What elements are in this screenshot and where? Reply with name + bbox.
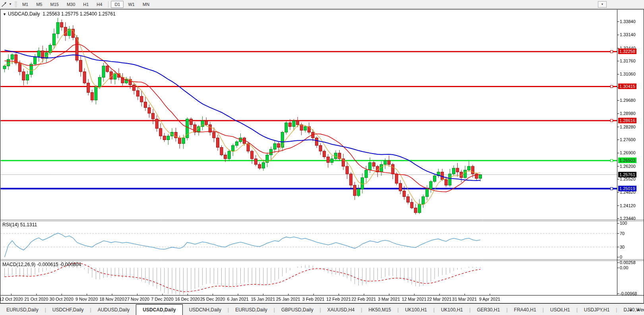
rsi-value: 51.1311 (20, 222, 37, 228)
timeframe-button-h1[interactable]: H1 (79, 1, 92, 8)
price-tick-label: 1.33840 (620, 19, 636, 24)
tab-gbpusd-daily[interactable]: GBPUSD,Daily (275, 304, 320, 315)
level-price-tag[interactable]: 1.26503 (618, 158, 636, 163)
trading-terminal: ▼ M1M5M15M30H1H4D1W1MN ▼ ▼USDCAD,Daily 1… (0, 0, 644, 315)
timeframe-buttons: M1M5M15M30H1H4D1W1MN (18, 1, 153, 8)
timeframe-toolbar: ▼ M1M5M15M30H1H4D1W1MN (0, 0, 644, 9)
timeframe-button-m15[interactable]: M15 (46, 1, 62, 8)
date-label: 27 Nov 2020 (125, 297, 149, 301)
date-label: 22 Feb 2021 (352, 297, 376, 301)
timeframe-button-w1[interactable]: W1 (124, 1, 138, 8)
price-tick-label: 1.27600 (620, 137, 636, 142)
rsi-tick-label: 100 (620, 221, 627, 226)
price-tick-label: 1.28280 (620, 124, 636, 129)
macd-tick-label: 0.00 (620, 265, 628, 270)
date-label: 16 Dec 2020 (175, 297, 200, 301)
chart-window: ▼USDCAD,Daily 1.25563 1.25775 1.25400 1.… (0, 9, 644, 303)
date-label: 12 Mar 2021 (402, 297, 427, 301)
price-tick-label: 1.29680 (620, 98, 636, 103)
tab-usdcad-daily[interactable]: USDCAD,Daily (136, 304, 182, 315)
date-label: 9 Nov 2020 (75, 297, 98, 301)
price-tick-label: 1.26200 (620, 164, 636, 169)
tab-usoil-h1[interactable]: USOil,H1 (544, 304, 576, 315)
level-price-tag[interactable]: 1.28616 (618, 118, 636, 123)
timeframe-button-h4[interactable]: H4 (93, 1, 106, 8)
date-label: 31 Mar 2021 (452, 297, 477, 301)
macd-name: MACD(12,26,9) (2, 262, 35, 267)
macd-signal-value: -0.000804 (60, 262, 81, 267)
level-price-tag[interactable]: 1.25019 (618, 186, 636, 191)
tab-scroll-left-icon[interactable]: ◄ (627, 307, 633, 313)
date-label: 30 Oct 2020 (50, 297, 73, 301)
date-label: 6 Jan 2021 (227, 297, 248, 301)
date-label: 12 Feb 2021 (326, 297, 351, 301)
date-label: 18 Nov 2020 (99, 297, 124, 301)
price-tick-label: 1.31760 (620, 58, 636, 63)
tab-hk50-m15[interactable]: HK50,M15 (362, 304, 398, 315)
ohlc-open: 1.25563 (43, 11, 60, 17)
price-tick-label: 1.26900 (620, 150, 636, 155)
date-label: 21 Oct 2020 (24, 297, 48, 301)
toolbar-separator (108, 1, 108, 8)
date-label: 7 Dec 2020 (151, 297, 173, 301)
tab-audusd-daily[interactable]: AUDUSD,Daily (91, 304, 136, 315)
timeframe-button-mn[interactable]: MN (139, 1, 153, 8)
tab-scroll-right-icon[interactable]: ► (636, 307, 642, 313)
pane-splitter-rsi[interactable] (0, 219, 644, 221)
tab-uk100-h1[interactable]: UK100,H1 (398, 304, 433, 315)
tab-eurusd-daily[interactable]: EURUSD,Daily (0, 304, 45, 315)
tab-xauusd-h4[interactable]: XAUUSD,H4 (321, 304, 361, 315)
level-price-tag[interactable]: 1.32258 (618, 49, 636, 54)
date-label: 3 Feb 2021 (302, 297, 325, 301)
tab-uk100-h1[interactable]: UK100,H1 (435, 304, 469, 315)
chart-title: ▼USDCAD,Daily 1.25563 1.25775 1.25400 1.… (3, 11, 116, 17)
tab-usdchf-daily[interactable]: USDCHF,Daily (46, 304, 90, 315)
date-label: 3 Mar 2021 (378, 297, 400, 301)
date-label: 9 Apr 2021 (479, 297, 500, 301)
ohlc-high: 1.25775 (61, 11, 78, 17)
price-tick-label: 1.25520 (620, 177, 636, 181)
timeframe-button-m5[interactable]: M5 (33, 1, 46, 8)
current-price-tag: 1.25761 (618, 172, 636, 177)
tab-usdjpy-h1[interactable]: USDJPY,H1 (578, 304, 616, 315)
tab-eurusd-daily[interactable]: EURUSD,Daily (229, 304, 274, 315)
price-tick-label: 1.28980 (620, 111, 636, 116)
collapse-triangle-icon[interactable]: ▼ (3, 12, 6, 16)
date-label: 25 Dec 2020 (200, 297, 225, 301)
price-tick-label: 1.31060 (620, 72, 636, 76)
ohlc-close: 1.25761 (98, 11, 115, 17)
tool-dropdown-caret-icon[interactable]: ▼ (8, 2, 14, 6)
macd-indicator-label: MACD(12,26,9) -0.000615 -0.000804 (2, 262, 81, 267)
macd-tick-label: 0.00258 (620, 260, 636, 265)
tabs: EURUSD,Daily|USDCHF,Daily|AUDUSD,DailyUS… (0, 304, 644, 315)
date-label: 12 Oct 2020 (0, 297, 23, 301)
chart-menu-button[interactable]: ▼ (598, 1, 607, 8)
macd-main-value: -0.000615 (37, 262, 58, 267)
rsi-name: RSI(14) (2, 222, 19, 228)
price-tick-label: 1.33140 (620, 32, 636, 37)
price-tick-label: 1.24120 (620, 203, 636, 208)
chart-symbol: USDCAD,Daily (8, 11, 40, 17)
cursor-tool-icon[interactable] (0, 1, 8, 8)
chart-tab-bar: EURUSD,Daily|USDCHF,Daily|AUDUSD,DailyUS… (0, 303, 644, 315)
tab-fra40-h1[interactable]: FRA40,H1 (508, 304, 543, 315)
tab-usdcnh-daily[interactable]: USDCNH,Daily (183, 304, 228, 315)
timeframe-button-m30[interactable]: M30 (63, 1, 79, 8)
rsi-tick-label: 30 (620, 245, 625, 249)
tab-ger30-h1[interactable]: GER30,H1 (470, 304, 506, 315)
tab-scrollers: ◄ ► (627, 304, 643, 315)
timeframe-button-m1[interactable]: M1 (19, 1, 32, 8)
date-label: 25 Jan 2021 (276, 297, 300, 301)
rsi-indicator-label: RSI(14) 51.1311 (2, 222, 37, 228)
date-label: 15 Jan 2021 (251, 297, 275, 301)
date-label: 22 Mar 2021 (427, 297, 452, 301)
macd-tick-label: -0.00968 (620, 291, 637, 296)
level-price-tag[interactable]: 1.30415 (618, 84, 636, 89)
timeframe-button-d1[interactable]: D1 (111, 1, 124, 8)
pane-splitter-macd[interactable] (0, 259, 644, 261)
rsi-tick-label: 70 (620, 231, 625, 236)
toolbar-grip-handle[interactable] (15, 2, 17, 7)
ohlc-low: 1.25400 (80, 11, 97, 17)
